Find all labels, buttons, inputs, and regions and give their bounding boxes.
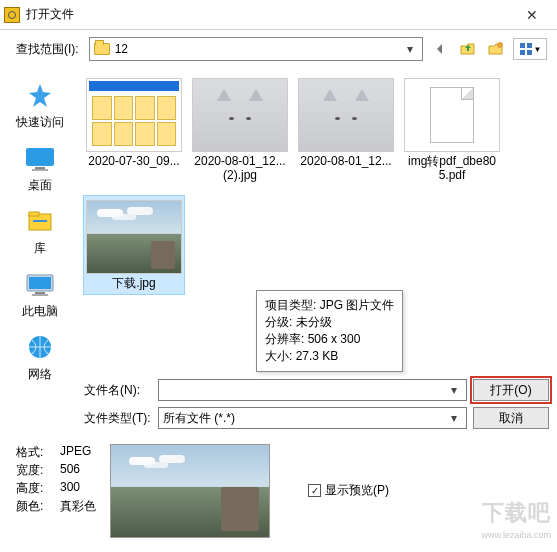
- filename-label: 文件名(N):: [82, 382, 152, 399]
- chevron-down-icon: ▾: [446, 383, 462, 397]
- info-key: 宽度:: [16, 462, 60, 480]
- file-name: 2020-08-01_12...: [298, 154, 393, 172]
- show-preview-label: 显示预览(P): [325, 482, 389, 499]
- svg-rect-13: [35, 292, 45, 294]
- svg-rect-4: [527, 50, 532, 55]
- views-button[interactable]: ▼: [513, 38, 547, 60]
- info-key: 格式:: [16, 444, 60, 462]
- checkbox-icon: ✓: [308, 484, 321, 497]
- svg-rect-6: [35, 167, 45, 169]
- svg-rect-5: [26, 148, 54, 166]
- svg-rect-12: [29, 277, 51, 289]
- tooltip-line: 大小: 27.3 KB: [265, 348, 394, 365]
- info-value: 506: [60, 462, 80, 480]
- show-preview-checkbox[interactable]: ✓ 显示预览(P): [308, 482, 389, 499]
- tooltip-line: 分级: 未分级: [265, 314, 394, 331]
- thumbnail-icon: [86, 78, 182, 152]
- place-quick-access[interactable]: 快速访问: [16, 82, 64, 131]
- place-label: 此电脑: [22, 303, 58, 320]
- look-in-toolbar: 查找范围(I): 12 ▾ ▼: [0, 30, 557, 68]
- file-item[interactable]: img转pdf_dbe805.pdf: [402, 74, 502, 186]
- up-button[interactable]: [457, 38, 479, 60]
- svg-rect-14: [32, 294, 48, 296]
- info-value: JPEG: [60, 444, 91, 462]
- svg-rect-10: [33, 220, 47, 222]
- cancel-button[interactable]: 取消: [473, 407, 549, 429]
- place-label: 快速访问: [16, 114, 64, 131]
- file-info-table: 格式:JPEG 宽度:506 高度:300 颜色:真彩色: [16, 444, 96, 516]
- window-title: 打开文件: [26, 6, 511, 23]
- open-button[interactable]: 打开(O): [473, 379, 549, 401]
- filetype-value: 所有文件 (*.*): [163, 410, 446, 427]
- preview-panel: 格式:JPEG 宽度:506 高度:300 颜色:真彩色 ✓ 显示预览(P) 下…: [0, 436, 557, 546]
- svg-rect-2: [527, 43, 532, 48]
- file-item[interactable]: 2020-07-30_09...: [84, 74, 184, 186]
- place-label: 网络: [28, 366, 52, 383]
- look-in-combo[interactable]: 12 ▾: [89, 37, 423, 61]
- folder-icon: [94, 43, 110, 55]
- file-tooltip: 项目类型: JPG 图片文件 分级: 未分级 分辨率: 506 x 300 大小…: [256, 290, 403, 372]
- file-list[interactable]: 2020-07-30_09... 2020-08-01_12... (2).jp…: [80, 68, 557, 374]
- info-value: 300: [60, 480, 80, 498]
- look-in-label: 查找范围(I):: [16, 41, 79, 58]
- info-value: 真彩色: [60, 498, 96, 516]
- place-network[interactable]: 网络: [23, 334, 57, 383]
- chevron-down-icon: ▾: [446, 411, 462, 425]
- filename-combo[interactable]: ▾: [158, 379, 467, 401]
- place-label: 库: [34, 240, 46, 257]
- place-desktop[interactable]: 桌面: [23, 145, 57, 194]
- app-icon: [4, 7, 20, 23]
- back-button[interactable]: [429, 38, 451, 60]
- file-item[interactable]: 2020-08-01_12... (2).jpg: [190, 74, 290, 186]
- thumbnail-icon: [298, 78, 394, 152]
- file-item-selected[interactable]: 下载.jpg: [84, 196, 184, 294]
- svg-rect-3: [520, 50, 525, 55]
- tooltip-line: 分辨率: 506 x 300: [265, 331, 394, 348]
- svg-rect-1: [520, 43, 525, 48]
- svg-rect-9: [29, 212, 39, 216]
- chevron-down-icon: ▼: [534, 45, 542, 54]
- preview-image: [110, 444, 270, 538]
- tooltip-line: 项目类型: JPG 图片文件: [265, 297, 394, 314]
- thumbnail-icon: [86, 200, 182, 274]
- svg-point-0: [497, 42, 503, 48]
- info-key: 颜色:: [16, 498, 60, 516]
- thumbnail-icon: [192, 78, 288, 152]
- place-this-pc[interactable]: 此电脑: [22, 271, 58, 320]
- close-button[interactable]: ✕: [511, 1, 553, 29]
- place-libraries[interactable]: 库: [23, 208, 57, 257]
- watermark: 下载吧 www.lezaiba.com: [481, 502, 551, 546]
- look-in-value: 12: [115, 42, 402, 56]
- place-label: 桌面: [28, 177, 52, 194]
- file-item[interactable]: 2020-08-01_12...: [296, 74, 396, 186]
- new-folder-button[interactable]: [485, 38, 507, 60]
- info-key: 高度:: [16, 480, 60, 498]
- file-name: 2020-07-30_09...: [86, 154, 181, 172]
- file-name: 2020-08-01_12... (2).jpg: [190, 154, 290, 186]
- chevron-down-icon: ▾: [402, 42, 418, 56]
- svg-rect-7: [32, 169, 48, 171]
- file-name: 下载.jpg: [110, 276, 157, 294]
- filetype-combo[interactable]: 所有文件 (*.*) ▾: [158, 407, 467, 429]
- places-bar: 快速访问 桌面 库 此电脑 网络: [0, 68, 80, 436]
- filetype-label: 文件类型(T):: [82, 410, 152, 427]
- title-bar: 打开文件 ✕: [0, 0, 557, 30]
- thumbnail-icon: [404, 78, 500, 152]
- file-name: img转pdf_dbe805.pdf: [402, 154, 502, 186]
